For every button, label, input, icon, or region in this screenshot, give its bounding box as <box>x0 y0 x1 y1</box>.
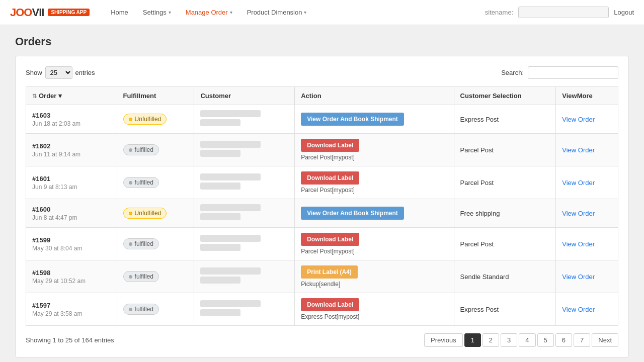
status-badge: fulfilled <box>123 144 159 155</box>
pagination-page-3[interactable]: 3 <box>501 333 517 347</box>
action-sub: Parcel Post[mypost] <box>301 154 447 161</box>
table-header-row: ⇅Order ▾ Fulfillment Customer Action Cus… <box>26 87 618 105</box>
customer-placeholder-1 <box>200 300 261 307</box>
fulfillment-cell: fulfilled <box>117 260 194 293</box>
page-title: Orders <box>15 35 629 48</box>
customer-selection-cell: Sendle Standard <box>454 260 556 293</box>
customer-selection-cell: Parcel Post <box>454 134 556 166</box>
nav-settings[interactable]: Settings ▾ <box>137 5 177 20</box>
order-cell: #1603Jun 18 at 2:03 am <box>26 105 117 134</box>
viewmore-cell[interactable]: View Order <box>556 134 618 166</box>
status-badge: fulfilled <box>123 238 159 249</box>
nav-product-dimension[interactable]: Product Dimension ▾ <box>241 5 313 20</box>
customer-cell <box>194 105 295 134</box>
order-id: #1601 <box>32 175 111 183</box>
status-dot <box>129 148 132 152</box>
view-order-link[interactable]: View Order <box>562 146 595 154</box>
search-input[interactable] <box>528 66 618 79</box>
download-label-button[interactable]: Download Label <box>301 139 359 152</box>
pagination-page-7[interactable]: 7 <box>574 333 590 347</box>
col-viewmore: ViewMore <box>556 87 618 105</box>
pagination-previous[interactable]: Previous <box>424 333 463 347</box>
status-badge: fulfilled <box>123 271 159 282</box>
logout-button[interactable]: Logout <box>614 9 634 16</box>
viewmore-cell[interactable]: View Order <box>556 293 618 326</box>
table-row: #1598May 29 at 10:52 amfulfilledPrint La… <box>26 260 618 293</box>
customer-placeholder-1 <box>200 267 261 275</box>
customer-placeholder-2 <box>200 183 240 190</box>
download-label-button[interactable]: Download Label <box>301 171 359 185</box>
order-date: May 29 at 3:58 am <box>32 310 111 317</box>
fulfillment-cell: fulfilled <box>117 166 194 199</box>
sitename-label: sitename: <box>485 9 513 16</box>
nav-manage-order[interactable]: Manage Order ▾ <box>180 5 238 20</box>
viewmore-cell[interactable]: View Order <box>556 105 618 134</box>
pagination-page-1[interactable]: 1 <box>464 333 481 347</box>
pagination-next[interactable]: Next <box>592 333 618 347</box>
viewmore-cell[interactable]: View Order <box>556 228 618 260</box>
customer-placeholder-2 <box>200 213 240 220</box>
status-badge: Unfulfilled <box>123 208 167 219</box>
action-cell: Download LabelParcel Post[mypost] <box>295 166 454 199</box>
pagination-area: Showing 1 to 25 of 164 entries Previous1… <box>26 333 618 347</box>
view-order-link[interactable]: View Order <box>562 116 595 123</box>
fulfillment-cell: Unfulfilled <box>117 105 194 134</box>
viewmore-cell[interactable]: View Order <box>556 166 618 199</box>
customer-selection-cell: Free shipping <box>454 199 556 228</box>
book-shipment-button[interactable]: View Order And Book Shipment <box>301 113 404 126</box>
order-id: #1603 <box>32 112 111 119</box>
view-order-link[interactable]: View Order <box>562 210 595 217</box>
table-row: #1597May 29 at 3:58 amfulfilledDownload … <box>26 293 618 326</box>
view-order-link[interactable]: View Order <box>562 273 595 281</box>
customer-placeholder-1 <box>200 110 261 117</box>
table-row: #1601Jun 9 at 8:13 amfulfilledDownload L… <box>26 166 618 199</box>
sitename-input[interactable] <box>518 7 609 18</box>
product-dimension-dropdown-arrow: ▾ <box>304 10 306 15</box>
customer-placeholder-1 <box>200 204 261 211</box>
status-dot <box>129 242 132 246</box>
sort-icon: ⇅ <box>32 93 37 99</box>
download-label-button[interactable]: Download Label <box>301 233 359 246</box>
customer-cell <box>194 134 295 166</box>
customer-cell <box>194 166 295 199</box>
customer-selection-cell: Express Post <box>454 105 556 134</box>
entries-select[interactable]: 25 50 100 <box>45 66 72 79</box>
book-shipment-button[interactable]: View Order And Book Shipment <box>301 207 404 220</box>
order-id: #1598 <box>32 269 111 277</box>
pagination-page-5[interactable]: 5 <box>537 333 554 347</box>
action-sub: Express Post[mypost] <box>301 313 447 320</box>
fulfillment-cell: fulfilled <box>117 293 194 326</box>
status-dot <box>129 275 132 279</box>
customer-placeholder-2 <box>200 119 240 126</box>
logo: JOOVII SHIPPING APP <box>10 6 90 19</box>
order-date: May 29 at 10:52 am <box>32 278 111 285</box>
order-cell: #1598May 29 at 10:52 am <box>26 260 117 293</box>
view-order-link[interactable]: View Order <box>562 179 595 187</box>
download-label-button[interactable]: Download Label <box>301 298 359 311</box>
table-controls: Show 25 50 100 entries Search: <box>26 66 618 79</box>
order-date: Jun 18 at 2:03 am <box>32 120 111 127</box>
col-action: Action <box>295 87 454 105</box>
viewmore-cell[interactable]: View Order <box>556 260 618 293</box>
order-cell: #1600Jun 8 at 4:47 pm <box>26 199 117 228</box>
search-control: Search: <box>501 66 618 79</box>
view-order-link[interactable]: View Order <box>562 306 595 313</box>
viewmore-cell[interactable]: View Order <box>556 199 618 228</box>
pagination-page-6[interactable]: 6 <box>555 333 572 347</box>
order-cell: #1597May 29 at 3:58 am <box>26 293 117 326</box>
view-order-link[interactable]: View Order <box>562 240 595 248</box>
nav-home[interactable]: Home <box>105 5 134 20</box>
status-badge: fulfilled <box>123 177 159 188</box>
order-cell: #1602Jun 11 at 9:14 am <box>26 134 117 166</box>
print-label-button[interactable]: Print Label (A4) <box>301 265 358 279</box>
status-badge: Unfulfilled <box>123 114 167 125</box>
show-label: Show <box>26 69 42 76</box>
fulfillment-cell: fulfilled <box>117 134 194 166</box>
nav-links: Home Settings ▾ Manage Order ▾ Product D… <box>105 5 312 20</box>
col-order[interactable]: ⇅Order ▾ <box>26 87 117 105</box>
shipping-app-badge: SHIPPING APP <box>48 9 90 16</box>
pagination-page-2[interactable]: 2 <box>482 333 499 347</box>
nav-right: sitename: Logout <box>485 7 634 18</box>
fulfillment-cell: fulfilled <box>117 228 194 260</box>
pagination-page-4[interactable]: 4 <box>519 333 535 347</box>
